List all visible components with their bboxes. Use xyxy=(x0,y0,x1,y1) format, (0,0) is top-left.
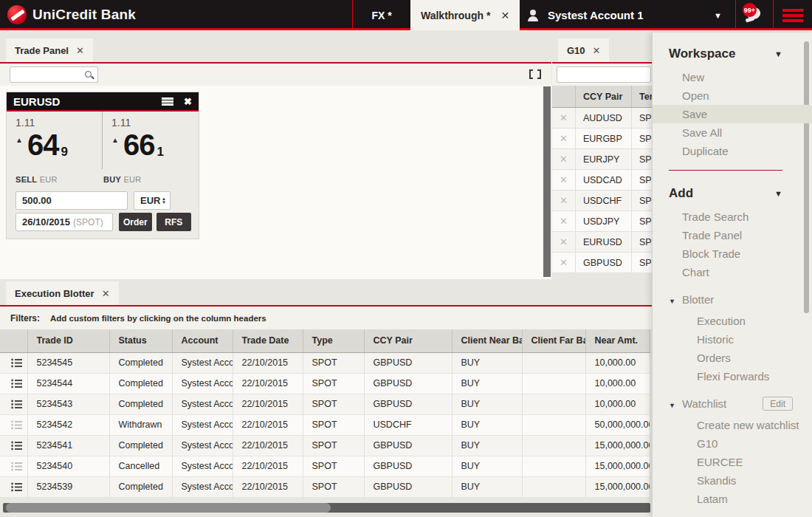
topbar-separator xyxy=(735,0,736,30)
tab-fx[interactable]: FX * xyxy=(353,0,410,30)
remove-pair-icon[interactable]: ✕ xyxy=(552,149,576,169)
row-actions-icon[interactable] xyxy=(0,456,27,476)
table-row[interactable]: 5234544CompletedSystest Account22/10/201… xyxy=(0,373,650,394)
remove-pair-icon[interactable]: ✕ xyxy=(552,170,576,190)
menu-item-latam[interactable]: Latam xyxy=(653,490,812,508)
blotter-column-header[interactable]: Status xyxy=(109,329,172,352)
tab-g10[interactable]: G10 ✕ xyxy=(558,38,609,62)
row-actions-icon[interactable] xyxy=(0,435,27,456)
buy-price-tile[interactable]: 1.11 ▲ 66 1 xyxy=(103,112,199,169)
horizontal-scrollbar[interactable] xyxy=(3,503,650,513)
menu-item-historic[interactable]: Historic xyxy=(653,330,812,349)
sell-price-tile[interactable]: 1.11 ▲ 64 9 xyxy=(7,112,103,169)
close-icon[interactable]: ✕ xyxy=(593,45,601,56)
remove-pair-icon[interactable]: ✕ xyxy=(552,108,576,128)
remove-pair-icon[interactable]: ✕ xyxy=(552,211,576,231)
menu-item-orders[interactable]: Orders xyxy=(653,349,812,367)
menu-item-trade-panel[interactable]: Trade Panel xyxy=(653,226,812,244)
blotter-column-header[interactable]: Client Near Base xyxy=(452,329,522,352)
currency-select[interactable]: EUR ▲▼ xyxy=(134,191,171,210)
menu-item-save[interactable]: Save xyxy=(653,105,812,123)
blotter-column-header[interactable]: Client Far Base xyxy=(522,329,585,352)
blotter-column-header[interactable]: Trade Date xyxy=(233,329,303,352)
menu-item-create-new-watchlist[interactable]: Create new watchlist xyxy=(653,416,812,434)
tab-walkthrough[interactable]: Walkthrough * ✕ xyxy=(410,0,520,30)
workspace-title: Workspace xyxy=(669,47,735,61)
menu-item-open[interactable]: Open xyxy=(653,86,812,105)
table-row[interactable]: 5234540CancelledSystest Account22/10/201… xyxy=(0,456,650,476)
menu-item-trade-search[interactable]: Trade Search xyxy=(653,208,812,226)
row-actions-icon[interactable] xyxy=(0,476,27,497)
table-row[interactable]: 5234543CompletedSystest Account22/10/201… xyxy=(0,394,650,414)
blotter-column-header[interactable]: Type xyxy=(303,329,364,352)
g10-ccy-pair-cell: AUDUSD xyxy=(576,108,632,128)
row-actions-icon[interactable] xyxy=(0,352,27,373)
blotter-cell-ccy_pair: GBPUSD xyxy=(364,435,452,456)
menu-item-block-trade[interactable]: Block Trade xyxy=(653,244,812,263)
tab-trade-panel[interactable]: Trade Panel ✕ xyxy=(6,38,93,62)
blotter-cell-trade_id: 5234545 xyxy=(27,352,109,373)
sell-pip-fraction: 9 xyxy=(61,145,67,160)
menu-item-blotter[interactable]: ▼Blotter xyxy=(653,290,812,309)
close-icon[interactable]: ✕ xyxy=(500,10,509,21)
notifications-button[interactable]: 99+ xyxy=(738,3,771,28)
close-icon[interactable]: ✕ xyxy=(76,45,84,56)
account-selector[interactable]: Systest Account 1 ▼ xyxy=(517,0,735,30)
menu-item-eurcee[interactable]: EURCEE xyxy=(653,453,812,471)
table-row[interactable]: 5234545CompletedSystest Account22/10/201… xyxy=(0,352,650,373)
menu-item-flexi-forwards[interactable]: Flexi Forwards xyxy=(653,367,812,386)
menu-hamburger-icon[interactable] xyxy=(782,9,803,22)
g10-search-input[interactable] xyxy=(557,67,650,82)
close-icon[interactable]: ✖ xyxy=(184,96,192,107)
menu-item-duplicate[interactable]: Duplicate xyxy=(653,142,812,160)
widget-menu-icon[interactable] xyxy=(162,97,173,106)
topbar-separator xyxy=(773,0,774,30)
table-row[interactable]: 5234539CompletedSystest Account22/10/201… xyxy=(0,476,650,497)
blotter-cell-client_far_base xyxy=(522,435,585,456)
rfs-button[interactable]: RFS xyxy=(156,213,191,231)
remove-pair-icon[interactable]: ✕ xyxy=(552,232,576,252)
menu-section-add[interactable]: Add ▼ xyxy=(653,182,812,205)
blotter-column-header[interactable] xyxy=(0,329,27,352)
blotter-column-header[interactable]: CCY Pair xyxy=(364,329,452,352)
g10-header-ccy-pair[interactable]: CCY Pair xyxy=(576,86,632,107)
buy-pip-fraction: 1 xyxy=(156,145,163,160)
blotter-column-header[interactable]: Trade ID xyxy=(27,329,109,352)
remove-pair-icon[interactable]: ✕ xyxy=(552,191,576,210)
vertical-scrollbar[interactable] xyxy=(543,86,551,277)
blotter-cell-client_far_base xyxy=(522,373,585,394)
menu-item-chart[interactable]: Chart xyxy=(653,263,812,281)
workspace-menu: Workspace ▼ NewOpenSaveSave AllDuplicate… xyxy=(652,32,812,517)
horizontal-scrollbar-thumb[interactable] xyxy=(6,503,331,513)
remove-pair-icon[interactable]: ✕ xyxy=(552,253,576,273)
blotter-column-header[interactable]: Near Amt. xyxy=(585,329,650,352)
menu-item-skandis[interactable]: Skandis xyxy=(653,471,812,490)
blotter-column-header[interactable]: Account xyxy=(172,329,233,352)
table-row[interactable]: 5234542WithdrawnSystest Account22/10/201… xyxy=(0,414,650,435)
tab-g10-label: G10 xyxy=(567,45,585,56)
edit-watchlist-button[interactable]: Edit xyxy=(763,397,793,411)
row-actions-icon[interactable] xyxy=(0,414,27,435)
row-actions-icon[interactable] xyxy=(0,394,27,414)
value-date-field[interactable]: 26/10/2015 (SPOT) xyxy=(16,213,113,231)
row-actions-icon[interactable] xyxy=(0,373,27,394)
menu-item-execution[interactable]: Execution xyxy=(653,312,812,330)
blotter-cell-trade_id: 5234541 xyxy=(27,435,109,456)
blotter-cell-ccy_pair: GBPUSD xyxy=(364,373,452,394)
tab-execution-blotter[interactable]: Execution Blotter ✕ xyxy=(6,281,119,305)
order-button[interactable]: Order xyxy=(119,213,152,231)
menu-item-save-all[interactable]: Save All xyxy=(653,123,812,142)
menu-item-new[interactable]: New xyxy=(653,68,812,86)
remove-pair-icon[interactable]: ✕ xyxy=(552,129,576,148)
currency-select-value: EUR xyxy=(140,195,160,206)
table-row[interactable]: 5234541CompletedSystest Account22/10/201… xyxy=(0,435,650,456)
blotter-cell-client_near_base: BUY xyxy=(452,435,522,456)
tab-execution-blotter-label: Execution Blotter xyxy=(15,288,94,299)
menu-section-workspace[interactable]: Workspace ▼ xyxy=(653,43,812,65)
close-icon[interactable]: ✕ xyxy=(102,288,110,299)
expand-icon[interactable] xyxy=(529,69,541,79)
amount-input[interactable] xyxy=(16,191,128,210)
blotter-cell-client_near_base: BUY xyxy=(452,476,522,497)
menu-item-g10[interactable]: G10 xyxy=(653,434,812,453)
menu-item-watchlist[interactable]: ▼WatchlistEdit xyxy=(653,394,812,413)
